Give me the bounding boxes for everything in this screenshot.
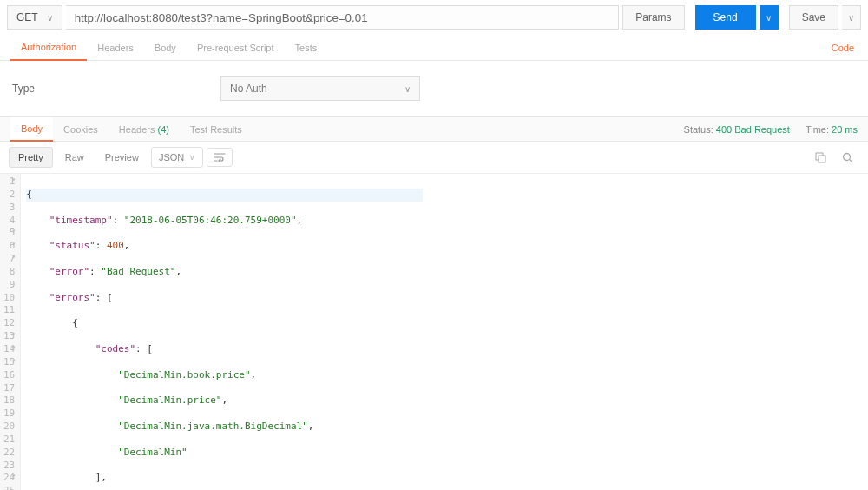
resp-tab-testresults[interactable]: Test Results (180, 118, 253, 141)
fmt-raw[interactable]: Raw (56, 148, 93, 167)
auth-type-value: No Auth (230, 83, 267, 95)
response-json: { "timestamp": "2018-06-05T06:46:20.759+… (21, 174, 428, 490)
resp-tab-cookies[interactable]: Cookies (53, 118, 108, 141)
response-body[interactable]: 1234 5678 9101112 13141516 17181920 2122… (0, 174, 868, 490)
time-value: 20 ms (832, 124, 858, 135)
url-input[interactable] (66, 5, 620, 30)
params-button[interactable]: Params (622, 5, 684, 30)
fmt-pretty[interactable]: Pretty (9, 147, 53, 168)
send-button[interactable]: Send (695, 5, 756, 30)
code-link[interactable]: Code (828, 36, 858, 60)
tab-authorization[interactable]: Authorization (10, 35, 87, 61)
search-icon[interactable] (836, 148, 859, 168)
svg-point-2 (844, 153, 851, 160)
auth-type-label: Type (12, 83, 220, 95)
auth-type-select[interactable]: No Auth ∨ (220, 76, 420, 101)
status-label: Status: 400 Bad Request (684, 124, 790, 135)
wrap-icon[interactable] (207, 148, 233, 167)
http-method-label: GET (16, 11, 38, 23)
svg-rect-1 (819, 156, 825, 162)
status-value: 400 Bad Request (716, 124, 790, 135)
chevron-down-icon: ∨ (189, 153, 195, 162)
resp-tab-headers[interactable]: Headers (4) (108, 118, 180, 141)
save-button[interactable]: Save (789, 5, 838, 30)
headers-count: (4) (157, 124, 168, 135)
tab-headers[interactable]: Headers (87, 36, 144, 60)
chevron-down-icon: ∨ (47, 13, 53, 23)
fmt-preview[interactable]: Preview (96, 148, 148, 167)
save-dropdown-button[interactable]: ∨ (842, 5, 861, 30)
line-gutter: 1234 5678 9101112 13141516 17181920 2122… (0, 174, 21, 490)
http-method-select[interactable]: GET ∨ (7, 5, 62, 30)
time-label: Time: 20 ms (806, 124, 858, 135)
fmt-lang-select[interactable]: JSON ∨ (151, 147, 203, 168)
svg-line-3 (850, 159, 853, 162)
copy-icon[interactable] (809, 148, 832, 168)
tab-tests[interactable]: Tests (285, 36, 328, 60)
tab-prerequest[interactable]: Pre-request Script (187, 36, 285, 60)
send-dropdown-button[interactable]: ∨ (760, 5, 779, 30)
tab-body[interactable]: Body (144, 36, 187, 60)
resp-tab-body[interactable]: Body (10, 117, 53, 142)
chevron-down-icon: ∨ (404, 84, 411, 94)
